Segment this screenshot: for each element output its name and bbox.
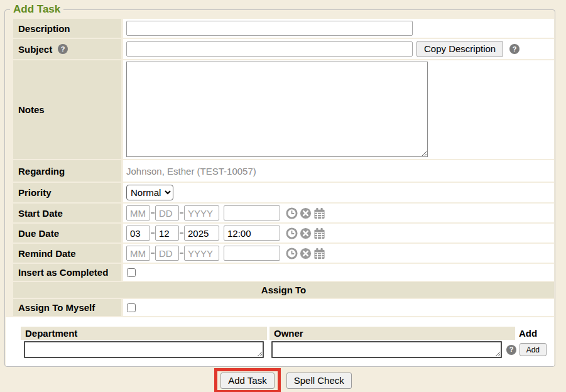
priority-label: Priority [13, 183, 121, 202]
regarding-value: Johnson, Esther (TEST-10057) [123, 160, 554, 182]
subject-row: Subject ? Copy Description ? [13, 39, 554, 59]
footer-button-bar: Add Task Spell Check [0, 368, 566, 392]
due-date-label: Due Date [13, 224, 121, 242]
remind-date-icons [286, 248, 325, 259]
description-cell [123, 19, 554, 38]
date-separator [180, 232, 183, 234]
insert-completed-row: Insert as Completed [13, 264, 554, 281]
due-date-calendar-icon[interactable] [313, 227, 325, 239]
date-separator [180, 253, 183, 254]
remind-date-clock-icon[interactable] [286, 248, 298, 259]
due-date-day-input[interactable] [155, 226, 179, 241]
copy-description-help-icon[interactable]: ? [509, 44, 520, 54]
date-separator [180, 212, 183, 214]
assignee-table-row: ? Add [21, 341, 547, 358]
department-textarea[interactable] [24, 341, 264, 358]
subject-label: Subject [18, 44, 52, 55]
owner-cell: ? [271, 341, 516, 358]
spell-check-button[interactable]: Spell Check [286, 373, 352, 389]
assign-to-myself-cell [123, 299, 554, 316]
regarding-row: Regarding Johnson, Esther (TEST-10057) [13, 160, 554, 182]
start-date-year-input[interactable] [184, 205, 219, 220]
add-column-header: Add [518, 327, 547, 340]
owner-column-header: Owner [269, 327, 515, 340]
page-title: Add Task [10, 3, 63, 16]
regarding-label: Regarding [13, 160, 121, 182]
notes-cell [123, 60, 554, 159]
add-assignee-button[interactable]: Add [520, 343, 547, 356]
copy-description-button[interactable]: Copy Description [416, 41, 503, 57]
due-date-cell [123, 224, 554, 242]
remind-date-year-input[interactable] [184, 246, 219, 261]
priority-row: Priority Normal [13, 183, 554, 202]
due-date-row: Due Date [13, 224, 554, 242]
add-task-form: Add Task Description Subject ? Copy Desc… [4, 3, 555, 367]
assign-to-section-header: Assign To [13, 282, 554, 298]
remind-date-cell [123, 244, 554, 263]
form-rows: Description Subject ? Copy Description ?… [13, 19, 554, 316]
priority-select[interactable]: Normal [126, 185, 173, 200]
start-date-row: Start Date [13, 204, 554, 222]
remind-date-time-input[interactable] [224, 246, 280, 261]
description-row: Description [13, 19, 554, 38]
start-date-label: Start Date [13, 204, 121, 222]
start-date-clock-icon[interactable] [286, 207, 298, 219]
notes-row: Notes [13, 60, 554, 159]
date-separator [151, 232, 155, 234]
date-separator [151, 212, 155, 214]
start-date-cell [123, 204, 554, 222]
add-button-cell: Add [516, 343, 547, 356]
assign-to-myself-checkbox[interactable] [127, 303, 136, 312]
start-date-month-input[interactable] [126, 205, 150, 220]
insert-completed-checkbox[interactable] [127, 268, 136, 277]
remind-date-day-input[interactable] [155, 246, 179, 261]
assign-to-myself-row: Assign To Myself [13, 299, 554, 316]
due-date-clear-icon[interactable] [300, 227, 312, 239]
start-date-icons [286, 207, 325, 219]
priority-cell: Normal [123, 183, 554, 202]
remind-date-month-input[interactable] [126, 246, 150, 261]
owner-textarea[interactable] [271, 341, 502, 358]
insert-completed-label: Insert as Completed [13, 264, 121, 281]
start-date-clear-icon[interactable] [300, 207, 312, 219]
owner-help-icon[interactable]: ? [506, 345, 516, 355]
subject-input[interactable] [126, 41, 413, 57]
remind-date-label: Remind Date [13, 244, 121, 263]
start-date-time-input[interactable] [224, 205, 280, 220]
due-date-time-input[interactable] [224, 226, 280, 241]
date-separator [151, 253, 155, 254]
subject-help-icon[interactable]: ? [58, 44, 68, 54]
add-task-button[interactable]: Add Task [220, 373, 274, 389]
assignee-table-header: Department Owner Add [21, 327, 547, 340]
subject-label-cell: Subject ? [13, 39, 121, 59]
assign-to-myself-label: Assign To Myself [13, 299, 121, 316]
remind-date-calendar-icon[interactable] [313, 248, 325, 259]
notes-textarea[interactable] [126, 62, 428, 157]
description-label: Description [13, 19, 121, 38]
due-date-month-input[interactable] [126, 226, 150, 241]
remind-date-clear-icon[interactable] [300, 248, 312, 259]
start-date-day-input[interactable] [155, 205, 179, 220]
notes-label: Notes [13, 60, 121, 159]
due-date-year-input[interactable] [184, 226, 219, 241]
department-column-header: Department [21, 327, 267, 340]
remind-date-row: Remind Date [13, 244, 554, 263]
start-date-calendar-icon[interactable] [313, 207, 325, 219]
due-date-clock-icon[interactable] [286, 227, 298, 239]
description-input[interactable] [126, 21, 413, 36]
subject-cell: Copy Description ? [123, 39, 554, 59]
insert-completed-cell [123, 264, 554, 281]
assignee-table: Department Owner Add ? Add [6, 317, 554, 366]
due-date-icons [286, 227, 325, 239]
add-task-highlight-annotation: Add Task [214, 368, 280, 392]
